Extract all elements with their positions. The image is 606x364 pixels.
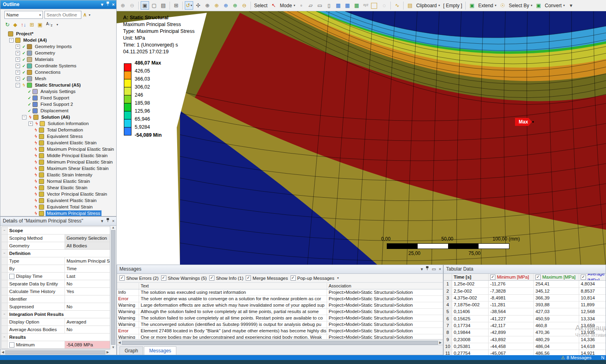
checkbox-icon[interactable]: ✓ bbox=[119, 275, 125, 281]
tree-item[interactable]: ϟEquivalent Plastic Strain bbox=[0, 197, 116, 204]
message-row[interactable]: WarningOne or more bodies may be underco… bbox=[117, 334, 443, 339]
select-faces-icon[interactable]: ▭ bbox=[315, 1, 324, 10]
tree-item[interactable]: ϟMaximum Shear Elastic Strain bbox=[0, 165, 116, 172]
details-property-row[interactable]: GeometryAll Bodies bbox=[2, 242, 110, 250]
details-property-value[interactable]: All Bodies bbox=[65, 242, 110, 249]
tree-item[interactable]: ϟShear Elastic Strain bbox=[0, 184, 116, 191]
tree-item[interactable]: ϟMaximum Principal Stress bbox=[0, 210, 116, 216]
select-elements-icon[interactable]: ▦ bbox=[352, 1, 361, 10]
sort-az-icon[interactable]: A↓z bbox=[46, 21, 53, 28]
chart-icon[interactable]: ∿ bbox=[393, 1, 401, 10]
tree-item[interactable]: ✓Fixed Support 2 bbox=[0, 101, 116, 107]
checkbox-icon[interactable] bbox=[9, 342, 14, 348]
details-property-row[interactable]: Minimum-54,089 MPa bbox=[2, 341, 110, 349]
tab-messages[interactable]: Messages bbox=[144, 346, 176, 355]
pan-icon[interactable]: ✣ bbox=[194, 1, 202, 10]
details-property-row[interactable]: Scoping MethodGeometry Selection bbox=[2, 235, 110, 242]
expand-icon[interactable]: + bbox=[28, 121, 33, 126]
details-property-value[interactable] bbox=[65, 295, 110, 303]
search-outline-input[interactable] bbox=[44, 11, 81, 19]
select-nodes-icon[interactable]: ▦ bbox=[334, 1, 342, 10]
collapse-icon[interactable]: − bbox=[2, 250, 8, 257]
label-abc-icon[interactable]: ◌ bbox=[380, 1, 388, 10]
checkbox-icon[interactable]: ✓ bbox=[246, 275, 251, 281]
tabular-row[interactable]: 90,23008-43,892480,2914,336 bbox=[444, 336, 606, 343]
tree-item[interactable]: +✓Coordinate Systems bbox=[0, 63, 116, 69]
messages-filter-checkbox[interactable]: ✓Show Errors (2) bbox=[119, 275, 159, 281]
tree-item[interactable]: ϟTotal Deformation bbox=[0, 127, 116, 133]
status-messages-badge[interactable]: 8 Messages bbox=[567, 355, 592, 360]
select-by-dropdown[interactable]: Select By▾ bbox=[509, 3, 533, 8]
details-title-bar[interactable]: Details of "Maximum Principal Stress" ▾ … bbox=[0, 217, 116, 226]
details-horizontal-scrollbar[interactable]: ◀ ▶ bbox=[0, 349, 110, 355]
outline-title-bar[interactable]: Outline ▾ × bbox=[0, 0, 116, 9]
details-property-value[interactable]: No bbox=[65, 326, 110, 333]
scroll-down-icon[interactable]: ▼ bbox=[112, 346, 115, 349]
cursor-icon[interactable]: ↖ bbox=[269, 1, 278, 10]
message-row[interactable]: ErrorThe solver engine was unable to con… bbox=[117, 296, 443, 302]
tabular-row[interactable]: 34,375e-002-8,4981366,3910,814 bbox=[444, 295, 606, 301]
scroll-up-icon[interactable]: ▲ bbox=[112, 226, 115, 229]
scroll-left-icon[interactable]: ◀ bbox=[2, 350, 4, 354]
details-property-value[interactable]: Maximum Principal St... bbox=[65, 257, 110, 265]
message-row[interactable]: WarningAlthough the solution failed to s… bbox=[117, 309, 443, 315]
details-property-value[interactable]: Geometry Selection bbox=[65, 235, 110, 242]
details-group-row[interactable]: −Integration Point Results bbox=[2, 311, 110, 318]
tree-item[interactable]: ϟVector Principal Elastic Strain bbox=[0, 191, 116, 197]
convert-icon[interactable]: ▣ bbox=[534, 1, 543, 10]
select-mesh-icon[interactable]: ▦ bbox=[343, 1, 351, 10]
details-group-row[interactable]: −Scope bbox=[2, 227, 110, 235]
tabular-row[interactable]: 50,11406-38,564427,0312,568 bbox=[444, 308, 606, 315]
tree-item[interactable]: Project* bbox=[0, 30, 116, 37]
collapse-up-icon[interactable]: ∧ bbox=[83, 12, 87, 18]
expand-collapse-icon[interactable]: ↑↓ bbox=[21, 22, 26, 28]
shaded-exterior-edges-icon[interactable]: ▣ bbox=[141, 1, 149, 10]
outline-menu-icon[interactable]: ▾ bbox=[101, 0, 103, 9]
shaded-exterior-icon[interactable]: ▢ bbox=[150, 1, 158, 10]
collapse-icon[interactable]: − bbox=[22, 115, 26, 119]
details-property-value[interactable]: Time bbox=[65, 265, 110, 272]
messages-filter-checkbox[interactable]: ✓Pop-up Messages bbox=[291, 275, 335, 281]
zoom-to-selection-icon[interactable]: ⊖ bbox=[240, 1, 248, 10]
select-label[interactable]: Select bbox=[254, 3, 267, 8]
clipboard-empty-label[interactable]: [ Empty ] bbox=[443, 3, 462, 8]
tabular-col-max[interactable]: ✓Maximum [MPa] bbox=[534, 274, 579, 280]
messages-pin-icon[interactable] bbox=[426, 265, 429, 273]
tag-100-icon[interactable]: ⃞ bbox=[371, 1, 379, 10]
clipboard-dropdown[interactable]: Clipboard▾ bbox=[416, 3, 440, 8]
tree-item[interactable]: ✓Displacement bbox=[0, 107, 116, 114]
geometry-viewport[interactable]: A: Static Structural Maximum Principal S… bbox=[117, 11, 606, 265]
zoom-fit-icon[interactable]: ⊕ bbox=[222, 1, 230, 10]
select-bodies-icon[interactable]: ▯ bbox=[325, 1, 333, 10]
collapse-icon[interactable]: − bbox=[16, 83, 20, 87]
details-property-value[interactable]: Yes bbox=[65, 288, 110, 295]
expand-icon[interactable]: + bbox=[16, 64, 20, 68]
details-property-value[interactable]: No bbox=[65, 280, 110, 287]
select-vertices-icon[interactable]: ▫ bbox=[297, 1, 305, 10]
checkbox-icon[interactable]: ✓ bbox=[209, 275, 214, 281]
expand-icon[interactable]: + bbox=[16, 57, 20, 62]
tree-item[interactable]: +✓Mesh bbox=[0, 75, 116, 82]
details-property-row[interactable]: Calculate Time HistoryYes bbox=[2, 288, 110, 295]
messages-menu-icon[interactable]: ▾ bbox=[421, 265, 423, 273]
mode-dropdown[interactable]: Mode▾ bbox=[280, 3, 295, 8]
collapse-icon[interactable]: − bbox=[2, 311, 8, 318]
tree-item[interactable]: −ϟStatic Structural (A5) bbox=[0, 82, 116, 88]
tabular-row[interactable]: 47,1875e-002-11,281393,8811,899 bbox=[444, 301, 606, 308]
tree-item[interactable]: ϟNormal Elastic Strain bbox=[0, 178, 116, 184]
details-property-row[interactable]: Identifier bbox=[2, 295, 110, 303]
tree-item[interactable]: ✓Analysis Settings bbox=[0, 88, 116, 95]
chevron-down-icon[interactable]: ▾ bbox=[337, 276, 339, 280]
tree-item[interactable]: +✓Materials bbox=[0, 56, 116, 63]
details-property-row[interactable]: TypeMaximum Principal St... bbox=[2, 257, 110, 265]
outline-close-icon[interactable]: × bbox=[112, 0, 115, 9]
tree-item[interactable]: ϟEquivalent Total Strain bbox=[0, 204, 116, 210]
details-pin-icon[interactable] bbox=[106, 217, 109, 225]
tree-item[interactable]: ϟMaximum Principal Elastic Strain bbox=[0, 146, 116, 152]
message-row[interactable]: WarningThe unconverged solution (identif… bbox=[117, 322, 443, 328]
tabular-row[interactable]: 22,5e-002-7,3828345,128,8537 bbox=[444, 288, 606, 295]
details-close-icon[interactable]: × bbox=[112, 217, 115, 225]
checkbox-icon[interactable]: ✓ bbox=[161, 275, 166, 281]
tree-item[interactable]: −ϟSolution (A6) bbox=[0, 114, 116, 120]
details-property-row[interactable]: SuppressedNo bbox=[2, 303, 110, 311]
